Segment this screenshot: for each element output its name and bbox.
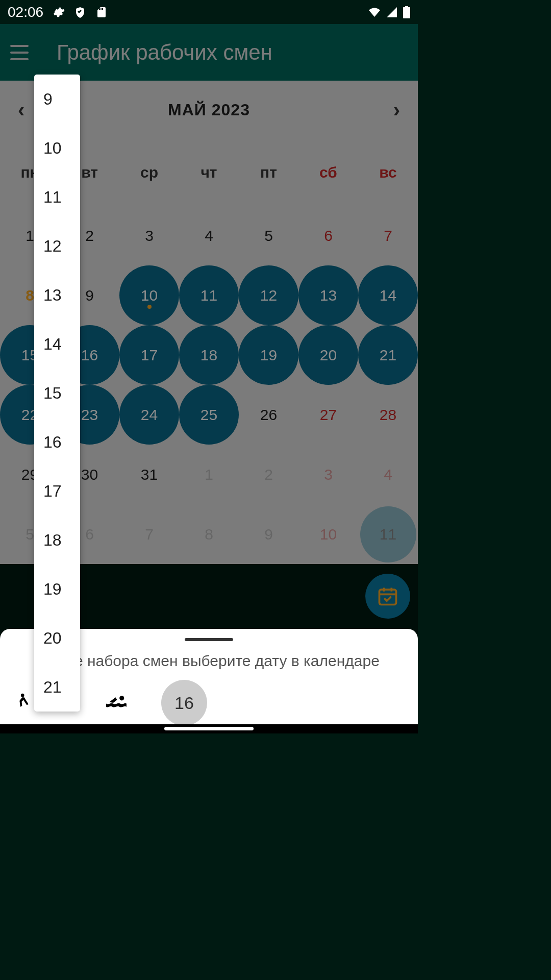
worker-icon [13, 691, 33, 716]
dropdown-item-14[interactable]: 14 [34, 320, 80, 369]
svg-point-1 [119, 696, 124, 700]
dropdown-item-12[interactable]: 12 [34, 222, 80, 271]
shield-icon [74, 6, 86, 18]
sheet-value-bubble[interactable]: 16 [161, 680, 207, 726]
sheet-drag-handle[interactable] [185, 638, 233, 641]
number-dropdown-menu[interactable]: 9101112131415161718192021 [34, 75, 80, 712]
worker-icon [105, 692, 128, 714]
dropdown-item-19[interactable]: 19 [34, 565, 80, 614]
digging-icon [13, 691, 33, 711]
gear-icon [53, 6, 65, 18]
dropdown-item-17[interactable]: 17 [34, 467, 80, 516]
signal-icon [386, 6, 398, 18]
system-navbar [0, 724, 418, 733]
navbar-pill[interactable] [164, 727, 254, 730]
dropdown-item-13[interactable]: 13 [34, 271, 80, 320]
status-time: 02:06 [8, 4, 43, 20]
wifi-icon [368, 6, 381, 18]
dropdown-item-16[interactable]: 16 [34, 418, 80, 467]
sheet-value: 16 [174, 693, 194, 713]
status-bar: 02:06 [0, 0, 418, 24]
dropdown-item-9[interactable]: 9 [34, 75, 80, 124]
dropdown-item-18[interactable]: 18 [34, 516, 80, 565]
dropdown-item-21[interactable]: 21 [34, 663, 80, 712]
sd-card-icon [95, 6, 108, 18]
dropdown-item-11[interactable]: 11 [34, 173, 80, 222]
battery-icon [403, 6, 410, 18]
dropdown-item-20[interactable]: 20 [34, 614, 80, 663]
swimming-icon [105, 694, 128, 709]
dropdown-item-10[interactable]: 10 [34, 124, 80, 173]
dropdown-item-15[interactable]: 15 [34, 369, 80, 418]
